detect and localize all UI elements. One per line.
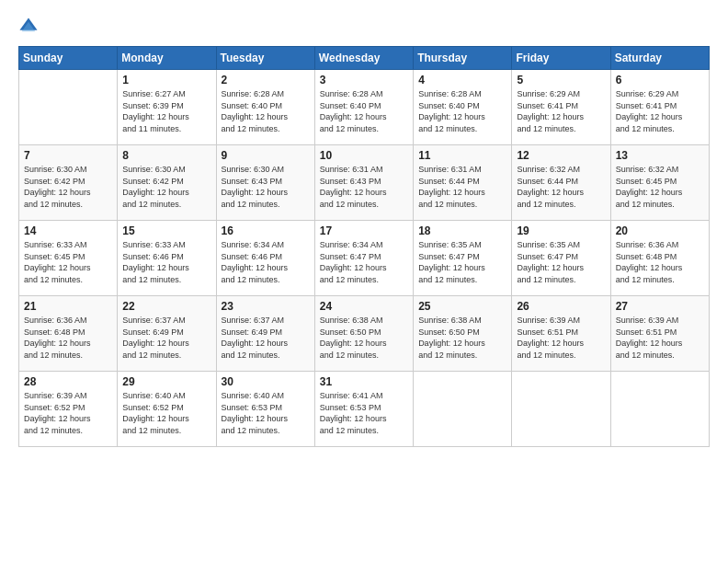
day-number: 20 [616, 224, 704, 237]
day-info: Sunrise: 6:28 AM Sunset: 6:40 PM Dayligh… [222, 88, 310, 134]
day-cell: 6Sunrise: 6:29 AM Sunset: 6:41 PM Daylig… [610, 70, 709, 145]
day-cell: 25Sunrise: 6:38 AM Sunset: 6:50 PM Dayli… [414, 296, 512, 372]
day-number: 10 [320, 149, 408, 162]
day-info: Sunrise: 6:37 AM Sunset: 6:49 PM Dayligh… [222, 315, 310, 361]
header [18, 17, 710, 37]
day-info: Sunrise: 6:29 AM Sunset: 6:41 PM Dayligh… [517, 88, 605, 134]
day-info: Sunrise: 6:40 AM Sunset: 6:53 PM Dayligh… [222, 390, 310, 436]
day-number: 29 [122, 375, 210, 388]
logo [18, 17, 43, 37]
day-cell: 22Sunrise: 6:37 AM Sunset: 6:49 PM Dayli… [118, 296, 216, 372]
day-info: Sunrise: 6:38 AM Sunset: 6:50 PM Dayligh… [418, 315, 506, 361]
week-row-3: 14Sunrise: 6:33 AM Sunset: 6:45 PM Dayli… [19, 221, 710, 296]
day-info: Sunrise: 6:32 AM Sunset: 6:44 PM Dayligh… [517, 164, 605, 210]
day-info: Sunrise: 6:33 AM Sunset: 6:45 PM Dayligh… [24, 239, 112, 285]
day-number: 24 [320, 300, 408, 313]
day-cell: 16Sunrise: 6:34 AM Sunset: 6:46 PM Dayli… [216, 221, 314, 296]
day-cell: 23Sunrise: 6:37 AM Sunset: 6:49 PM Dayli… [216, 296, 314, 372]
day-info: Sunrise: 6:34 AM Sunset: 6:46 PM Dayligh… [222, 239, 310, 285]
day-cell: 29Sunrise: 6:40 AM Sunset: 6:52 PM Dayli… [118, 372, 216, 447]
day-info: Sunrise: 6:30 AM Sunset: 6:42 PM Dayligh… [24, 164, 112, 210]
day-info: Sunrise: 6:36 AM Sunset: 6:48 PM Dayligh… [24, 315, 112, 361]
day-info: Sunrise: 6:28 AM Sunset: 6:40 PM Dayligh… [320, 88, 408, 134]
day-number: 9 [222, 149, 310, 162]
day-cell: 24Sunrise: 6:38 AM Sunset: 6:50 PM Dayli… [314, 296, 413, 372]
day-number: 1 [122, 74, 210, 86]
weekday-header-wednesday: Wednesday [314, 47, 413, 70]
day-number: 2 [222, 74, 310, 86]
day-number: 6 [616, 74, 704, 86]
day-cell: 8Sunrise: 6:30 AM Sunset: 6:42 PM Daylig… [118, 145, 216, 221]
day-number: 4 [418, 74, 506, 86]
day-cell [610, 372, 709, 447]
day-info: Sunrise: 6:27 AM Sunset: 6:39 PM Dayligh… [122, 88, 210, 134]
day-info: Sunrise: 6:28 AM Sunset: 6:40 PM Dayligh… [418, 88, 506, 134]
day-info: Sunrise: 6:41 AM Sunset: 6:53 PM Dayligh… [320, 390, 408, 436]
day-cell: 11Sunrise: 6:31 AM Sunset: 6:44 PM Dayli… [414, 145, 512, 221]
day-cell: 26Sunrise: 6:39 AM Sunset: 6:51 PM Dayli… [512, 296, 610, 372]
day-info: Sunrise: 6:33 AM Sunset: 6:46 PM Dayligh… [122, 239, 210, 285]
day-cell: 19Sunrise: 6:35 AM Sunset: 6:47 PM Dayli… [512, 221, 610, 296]
weekday-header-friday: Friday [512, 47, 610, 70]
day-cell: 1Sunrise: 6:27 AM Sunset: 6:39 PM Daylig… [118, 70, 216, 145]
day-info: Sunrise: 6:38 AM Sunset: 6:50 PM Dayligh… [320, 315, 408, 361]
weekday-header-monday: Monday [118, 47, 216, 70]
day-number: 28 [24, 375, 112, 388]
weekday-header-saturday: Saturday [610, 47, 709, 70]
day-number: 19 [517, 224, 605, 237]
day-cell: 30Sunrise: 6:40 AM Sunset: 6:53 PM Dayli… [216, 372, 314, 447]
day-cell: 4Sunrise: 6:28 AM Sunset: 6:40 PM Daylig… [414, 70, 512, 145]
day-cell: 5Sunrise: 6:29 AM Sunset: 6:41 PM Daylig… [512, 70, 610, 145]
day-cell: 15Sunrise: 6:33 AM Sunset: 6:46 PM Dayli… [118, 221, 216, 296]
day-number: 16 [222, 224, 310, 237]
day-number: 5 [517, 74, 605, 86]
day-info: Sunrise: 6:31 AM Sunset: 6:44 PM Dayligh… [418, 164, 506, 210]
day-number: 26 [517, 300, 605, 313]
day-cell [414, 372, 512, 447]
day-cell: 14Sunrise: 6:33 AM Sunset: 6:45 PM Dayli… [19, 221, 118, 296]
day-info: Sunrise: 6:35 AM Sunset: 6:47 PM Dayligh… [517, 239, 605, 285]
day-number: 17 [320, 224, 408, 237]
day-number: 22 [122, 300, 210, 313]
day-number: 18 [418, 224, 506, 237]
day-info: Sunrise: 6:37 AM Sunset: 6:49 PM Dayligh… [122, 315, 210, 361]
calendar-page: SundayMondayTuesdayWednesdayThursdayFrid… [0, 0, 728, 563]
week-row-4: 21Sunrise: 6:36 AM Sunset: 6:48 PM Dayli… [19, 296, 710, 372]
week-row-1: 1Sunrise: 6:27 AM Sunset: 6:39 PM Daylig… [19, 70, 710, 145]
day-cell: 13Sunrise: 6:32 AM Sunset: 6:45 PM Dayli… [610, 145, 709, 221]
weekday-header-thursday: Thursday [414, 47, 512, 70]
day-info: Sunrise: 6:40 AM Sunset: 6:52 PM Dayligh… [122, 390, 210, 436]
day-cell: 27Sunrise: 6:39 AM Sunset: 6:51 PM Dayli… [610, 296, 709, 372]
day-number: 31 [320, 375, 408, 388]
day-info: Sunrise: 6:32 AM Sunset: 6:45 PM Dayligh… [616, 164, 704, 210]
weekday-header-row: SundayMondayTuesdayWednesdayThursdayFrid… [19, 47, 710, 70]
day-number: 25 [418, 300, 506, 313]
logo-icon [18, 17, 39, 37]
day-cell: 20Sunrise: 6:36 AM Sunset: 6:48 PM Dayli… [610, 221, 709, 296]
day-info: Sunrise: 6:34 AM Sunset: 6:47 PM Dayligh… [320, 239, 408, 285]
day-info: Sunrise: 6:30 AM Sunset: 6:43 PM Dayligh… [222, 164, 310, 210]
day-number: 12 [517, 149, 605, 162]
day-cell: 31Sunrise: 6:41 AM Sunset: 6:53 PM Dayli… [314, 372, 413, 447]
week-row-2: 7Sunrise: 6:30 AM Sunset: 6:42 PM Daylig… [19, 145, 710, 221]
day-cell: 18Sunrise: 6:35 AM Sunset: 6:47 PM Dayli… [414, 221, 512, 296]
day-number: 8 [122, 149, 210, 162]
day-number: 13 [616, 149, 704, 162]
day-info: Sunrise: 6:36 AM Sunset: 6:48 PM Dayligh… [616, 239, 704, 285]
day-info: Sunrise: 6:29 AM Sunset: 6:41 PM Dayligh… [616, 88, 704, 134]
day-number: 30 [222, 375, 310, 388]
day-cell: 28Sunrise: 6:39 AM Sunset: 6:52 PM Dayli… [19, 372, 118, 447]
day-cell: 17Sunrise: 6:34 AM Sunset: 6:47 PM Dayli… [314, 221, 413, 296]
week-row-5: 28Sunrise: 6:39 AM Sunset: 6:52 PM Dayli… [19, 372, 710, 447]
day-cell: 12Sunrise: 6:32 AM Sunset: 6:44 PM Dayli… [512, 145, 610, 221]
day-cell: 2Sunrise: 6:28 AM Sunset: 6:40 PM Daylig… [216, 70, 314, 145]
day-info: Sunrise: 6:31 AM Sunset: 6:43 PM Dayligh… [320, 164, 408, 210]
calendar-table: SundayMondayTuesdayWednesdayThursdayFrid… [18, 46, 710, 447]
weekday-header-tuesday: Tuesday [216, 47, 314, 70]
day-cell: 3Sunrise: 6:28 AM Sunset: 6:40 PM Daylig… [314, 70, 413, 145]
day-number: 21 [24, 300, 112, 313]
day-cell: 9Sunrise: 6:30 AM Sunset: 6:43 PM Daylig… [216, 145, 314, 221]
weekday-header-sunday: Sunday [19, 47, 118, 70]
day-info: Sunrise: 6:39 AM Sunset: 6:51 PM Dayligh… [616, 315, 704, 361]
day-number: 11 [418, 149, 506, 162]
